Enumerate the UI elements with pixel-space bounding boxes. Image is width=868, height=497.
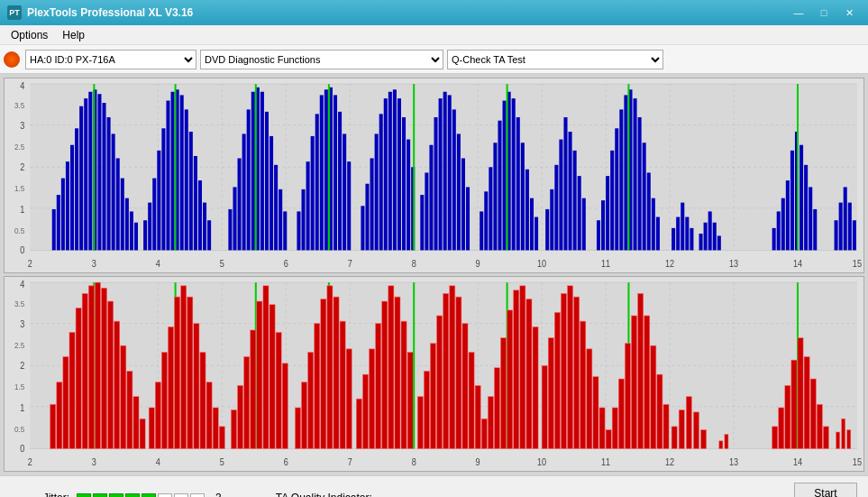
svg-rect-175	[713, 223, 717, 251]
svg-rect-57	[121, 179, 124, 251]
svg-rect-49	[84, 98, 87, 250]
drive-icon	[4, 51, 20, 68]
svg-rect-351	[823, 427, 828, 449]
svg-rect-295	[424, 371, 429, 448]
svg-text:6: 6	[284, 258, 288, 269]
svg-rect-309	[507, 310, 513, 449]
svg-rect-119	[425, 172, 428, 250]
svg-rect-95	[311, 136, 315, 251]
svg-rect-120	[429, 145, 433, 251]
ta-quality-label: TA Quality Indicator:	[276, 492, 372, 498]
svg-rect-265	[231, 410, 236, 448]
svg-rect-81	[242, 133, 246, 250]
app-title: PlexTools Professional XL V3.16	[27, 6, 193, 19]
drive-select[interactable]: HA:0 ID:0 PX-716A	[25, 50, 196, 69]
svg-rect-256	[175, 297, 180, 448]
maximize-button[interactable]: □	[812, 5, 836, 21]
svg-rect-147	[563, 117, 567, 250]
svg-rect-289	[388, 286, 394, 449]
toolbar: HA:0 ID:0 PX-716A DVD Diagnostic Functio…	[0, 45, 868, 74]
svg-rect-188	[835, 220, 838, 250]
svg-rect-113	[397, 98, 401, 250]
main-content: 0 1 2 3 4 0.5 1.5 2.5 3.5 2 3 4 5 6 7 8 …	[0, 74, 868, 475]
svg-rect-300	[456, 297, 461, 448]
svg-text:9: 9	[476, 456, 480, 467]
svg-rect-266	[238, 385, 243, 448]
svg-text:7: 7	[348, 456, 352, 467]
svg-rect-261	[206, 382, 212, 449]
svg-rect-78	[228, 209, 232, 250]
svg-rect-139	[525, 170, 529, 251]
svg-rect-67	[166, 101, 169, 251]
svg-rect-76	[207, 220, 211, 250]
svg-rect-155	[610, 151, 614, 251]
svg-rect-346	[791, 360, 797, 448]
title-bar: PT PlexTools Professional XL V3.16 — □ ✕	[0, 0, 868, 25]
svg-text:2: 2	[28, 258, 32, 269]
start-button[interactable]: Start	[794, 483, 857, 498]
svg-rect-325	[606, 430, 611, 449]
svg-rect-341	[725, 434, 728, 448]
minimize-button[interactable]: —	[787, 5, 810, 21]
svg-rect-123	[443, 92, 447, 251]
svg-text:9: 9	[476, 258, 480, 269]
svg-text:3.5: 3.5	[14, 100, 24, 110]
svg-rect-143	[545, 209, 549, 250]
svg-rect-48	[79, 106, 83, 251]
svg-rect-249	[133, 397, 139, 449]
svg-rect-276	[301, 382, 306, 449]
bottom-panel: Jitter: 3 Peak Shift:	[0, 475, 868, 497]
svg-rect-326	[612, 408, 617, 448]
svg-rect-114	[402, 117, 406, 250]
svg-rect-115	[407, 140, 410, 251]
title-left: PT PlexTools Professional XL V3.16	[7, 5, 193, 20]
svg-rect-50	[88, 92, 92, 251]
menu-help[interactable]: Help	[55, 27, 92, 43]
svg-rect-296	[430, 344, 435, 449]
svg-rect-340	[719, 441, 723, 449]
svg-rect-313	[533, 327, 538, 448]
svg-rect-302	[469, 353, 474, 449]
close-button[interactable]: ✕	[837, 5, 861, 21]
svg-rect-176	[717, 235, 721, 250]
svg-rect-185	[809, 187, 812, 250]
svg-rect-311	[520, 286, 525, 449]
svg-text:3.5: 3.5	[14, 299, 24, 308]
function-select[interactable]: DVD Diagnostic Functions	[200, 50, 443, 69]
svg-rect-292	[407, 353, 413, 449]
menu-options[interactable]: Options	[4, 27, 55, 43]
svg-rect-56	[116, 158, 120, 250]
svg-rect-348	[804, 356, 809, 448]
svg-rect-287	[376, 324, 381, 449]
svg-rect-174	[708, 211, 712, 250]
svg-rect-146	[559, 140, 562, 251]
svg-rect-260	[200, 353, 206, 449]
svg-text:2.5: 2.5	[14, 142, 24, 152]
svg-rect-68	[171, 92, 175, 251]
svg-rect-162	[643, 143, 646, 250]
svg-rect-141	[535, 217, 538, 251]
svg-text:14: 14	[793, 258, 802, 269]
svg-rect-121	[434, 117, 438, 250]
svg-rect-108	[375, 133, 379, 250]
svg-rect-272	[276, 332, 281, 448]
svg-rect-332	[651, 345, 656, 448]
svg-rect-283	[346, 349, 352, 449]
jitter-value: 3	[215, 492, 222, 498]
svg-rect-299	[450, 286, 455, 449]
svg-rect-297	[437, 316, 443, 448]
svg-text:2: 2	[20, 360, 24, 371]
svg-rect-83	[251, 92, 255, 251]
svg-rect-148	[569, 132, 572, 250]
bottom-chart: 0 1 2 3 4 0.5 1.5 2.5 3.5 2 3 4 5 6 7 8 …	[4, 276, 864, 472]
svg-rect-163	[647, 172, 651, 250]
svg-text:11: 11	[601, 456, 610, 467]
svg-rect-306	[488, 397, 493, 449]
jitter-bar-5	[142, 493, 156, 498]
svg-rect-337	[686, 397, 691, 449]
jitter-bar-6	[158, 493, 172, 498]
svg-rect-316	[554, 312, 560, 448]
svg-rect-58	[125, 198, 129, 251]
svg-rect-269	[257, 301, 262, 448]
test-select[interactable]: Q-Check TA Test	[447, 50, 663, 69]
